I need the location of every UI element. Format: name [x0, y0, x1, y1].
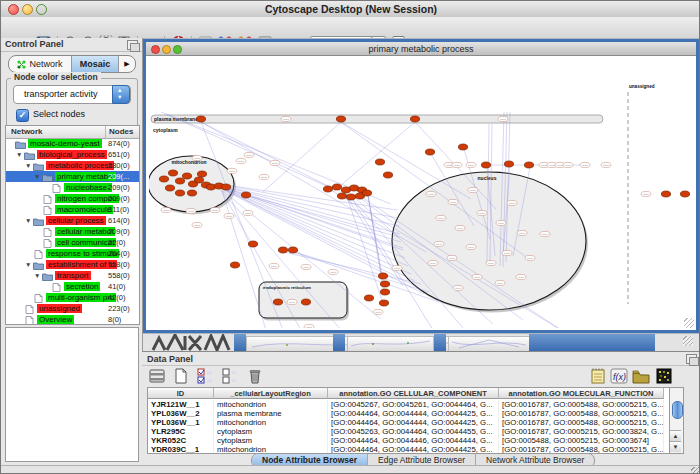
table-cell[interactable]: YDR039C__1 — [148, 445, 214, 454]
tree-row-cellular-process[interactable]: ▼cellular process614(0) — [6, 215, 139, 226]
network-node[interactable] — [447, 255, 457, 260]
network-node[interactable] — [287, 299, 297, 304]
column-header-1[interactable]: _cellularLayoutRegion — [214, 388, 328, 399]
birds-eye-view[interactable] — [5, 327, 139, 462]
table-cell[interactable]: [GO:0044464, GO:0044444, GO:0044425, G..… — [328, 409, 499, 418]
network-node-selected-color[interactable] — [241, 192, 250, 198]
network-node-selected-color[interactable] — [337, 193, 346, 199]
network-node-selected-color[interactable] — [273, 299, 282, 305]
network-node-selected-color[interactable] — [221, 184, 230, 190]
network-resize-grip[interactable] — [684, 318, 694, 328]
expand-icon[interactable]: ▼ — [16, 151, 22, 158]
network-node[interactable] — [244, 152, 254, 157]
table-cell[interactable]: [GO:0045263, GO:0044464, GO:0044455, G..… — [328, 427, 499, 436]
network-node[interactable] — [466, 162, 476, 167]
network-node[interactable] — [426, 191, 436, 196]
table-cell[interactable]: cytoplasm — [214, 427, 328, 436]
tree-row-label[interactable]: secretion — [64, 282, 100, 291]
tree-row-multi-organism-pro[interactable]: multi-organism pro42(0) — [6, 292, 139, 303]
tree-row-cell-communicat[interactable]: cell communicat22(0) — [6, 237, 139, 248]
network-node[interactable] — [453, 285, 463, 290]
scroll-down-icon[interactable]: ▼ — [670, 441, 681, 452]
network-node-selected-color[interactable] — [159, 176, 168, 182]
tree-row-label[interactable]: transport — [55, 271, 91, 280]
delete-attribute-icon[interactable] — [246, 367, 264, 385]
function-icon[interactable]: f(x) — [610, 367, 628, 385]
network-node-selected-color[interactable] — [680, 191, 689, 197]
network-node-selected-color[interactable] — [425, 149, 434, 155]
network-node-selected-color[interactable] — [230, 262, 239, 268]
attribute-table[interactable]: ID_cellularLayoutRegionannotation.GO CEL… — [147, 387, 671, 454]
network-canvas[interactable]: plasma membranecytoplasmmitochondrionnuc… — [149, 56, 693, 328]
network-node-selected-color[interactable] — [175, 178, 184, 184]
network-node[interactable] — [496, 220, 506, 225]
table-cell[interactable]: [GO:0044464, GO:0044446, GO:0044444, G..… — [328, 436, 499, 445]
tree-row-establishment-of-lo[interactable]: ▼establishment of lo558(0) — [6, 259, 139, 270]
network-node-selected-color[interactable] — [481, 162, 490, 168]
tree-row-label[interactable]: multi-organism pro — [46, 293, 116, 302]
network-node-selected-color[interactable] — [323, 186, 332, 192]
network-node[interactable] — [507, 200, 517, 205]
network-node-selected-color[interactable] — [383, 172, 392, 178]
network-node[interactable] — [270, 160, 280, 165]
network-node-selected-color[interactable] — [165, 185, 174, 191]
network-node[interactable] — [525, 255, 535, 260]
network-node-selected-color[interactable] — [336, 116, 345, 122]
app-resize-grip[interactable] — [691, 467, 700, 474]
expand-icon[interactable]: ▼ — [25, 217, 31, 224]
network-node[interactable] — [301, 264, 311, 269]
network-node[interactable] — [269, 263, 279, 268]
network-node[interactable] — [601, 162, 611, 167]
tree-row-macromolecule[interactable]: macromolecule311(0) — [6, 204, 139, 215]
select-attributes-icon[interactable] — [196, 367, 214, 385]
network-node-selected-color[interactable] — [364, 295, 373, 301]
network-node[interactable] — [641, 191, 651, 196]
network-node[interactable] — [452, 162, 462, 167]
network-node-selected-color[interactable] — [301, 299, 310, 305]
network-node-selected-color[interactable] — [458, 144, 467, 150]
network-node[interactable] — [472, 274, 482, 279]
tree-row-label[interactable]: Overview — [37, 315, 74, 324]
network-node-selected-color[interactable] — [661, 191, 670, 197]
expand-icon[interactable]: ▼ — [25, 162, 31, 169]
tree-row-transport[interactable]: ▼transport558(0) — [6, 270, 139, 281]
tree-row-label[interactable]: metabolic process — [46, 161, 114, 170]
tree-row-cellular-metabol[interactable]: cellular metabol209(0) — [6, 226, 139, 237]
network-node[interactable] — [224, 213, 234, 218]
tab-overflow-arrow[interactable]: ▶ — [119, 56, 135, 72]
network-node-selected-color[interactable] — [379, 300, 388, 306]
table-cell[interactable]: [GO:0016787, GO:0005488, GO:0005215, G..… — [499, 409, 664, 418]
scrollbar-thumb[interactable] — [672, 401, 683, 419]
network-node-selected-color[interactable] — [175, 190, 184, 196]
attribute-modify-icon[interactable] — [148, 367, 166, 385]
background-windows-strip[interactable] — [143, 334, 700, 351]
table-cell[interactable]: [GO:0016787, GO:0005488, GO:0005215, G..… — [499, 418, 664, 427]
table-cell[interactable]: [GO:0044464, GO:0044444, GO:0044425, G..… — [328, 418, 499, 427]
scroll-up-icon[interactable]: ▲ — [670, 430, 681, 441]
title-bar[interactable]: Cytoscape Desktop (New Session) — [1, 1, 700, 18]
column-header-0[interactable]: ID — [148, 388, 214, 399]
table-cell[interactable]: [GO:0045267, GO:0045261, GO:0044464, G..… — [328, 400, 499, 409]
network-node-selected-color[interactable] — [182, 173, 191, 179]
table-cell[interactable]: mitochondrion — [214, 418, 328, 427]
network-node-selected-color[interactable] — [197, 171, 206, 177]
network-node-selected-color[interactable] — [168, 170, 177, 176]
table-cell[interactable]: YPL036W__2 — [148, 409, 214, 418]
network-node[interactable] — [580, 162, 590, 167]
tree-row-label[interactable]: unassigned — [37, 304, 82, 313]
expand-icon[interactable]: ▼ — [34, 272, 40, 279]
network-node-selected-color[interactable] — [278, 247, 287, 253]
network-node[interactable] — [192, 155, 202, 160]
column-header-2[interactable]: annotation.GO CELLULAR_COMPONENT — [328, 388, 499, 399]
network-node[interactable] — [498, 116, 508, 121]
network-node[interactable] — [392, 265, 402, 270]
network-node[interactable] — [328, 269, 338, 274]
tree-row-label[interactable]: cellular metabol — [55, 227, 115, 236]
network-node[interactable] — [161, 207, 171, 212]
tree-row-secretion[interactable]: secretion41(0) — [6, 281, 139, 292]
network-node-selected-color[interactable] — [362, 190, 371, 196]
node-color-dropdown[interactable]: transporter activity ▲▼ — [13, 85, 131, 104]
network-node-selected-color[interactable] — [380, 289, 389, 295]
tree-row-primary-metabol[interactable]: ▼primary metabol209(... — [6, 171, 139, 182]
network-node[interactable] — [186, 208, 196, 213]
